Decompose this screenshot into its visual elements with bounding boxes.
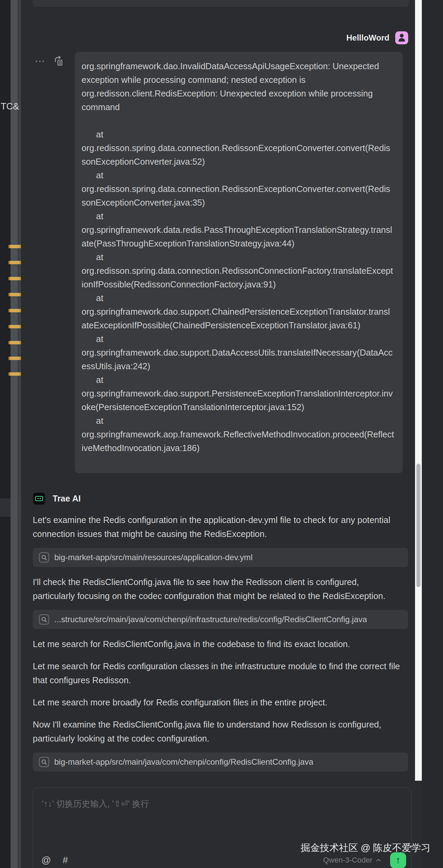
more-actions-icon[interactable]: ⋯ bbox=[35, 58, 45, 64]
message-actions: ⋯ bbox=[33, 52, 75, 66]
assistant-paragraph: Let me search for Redis configuration cl… bbox=[33, 659, 403, 687]
chat-panel: HellloWord ⋯ bbox=[22, 0, 415, 868]
assistant-paragraph: Now I'll examine the RedisClientConfig.j… bbox=[33, 718, 403, 746]
editor-overview-ruler[interactable] bbox=[11, 0, 21, 868]
hash-context-button[interactable]: # bbox=[62, 855, 68, 866]
trae-chat-screen: TC& HellloWord ⋯ bbox=[0, 0, 443, 868]
ruler-marker bbox=[9, 309, 21, 312]
clipped-editor-text: TC& bbox=[1, 101, 19, 112]
assistant-paragraph: I'll check the RedisClientConfig.java fi… bbox=[33, 575, 403, 603]
chevron-up-icon bbox=[376, 857, 381, 863]
scrollbar-track bbox=[415, 0, 422, 781]
search-file-icon bbox=[39, 757, 49, 767]
user-avatar[interactable] bbox=[395, 31, 408, 44]
chat-input[interactable] bbox=[33, 788, 411, 844]
file-path-label: big-market-app/src/main/java/com/chenpi/… bbox=[54, 757, 313, 767]
composer-box: @ # Qwen-3-Coder ↑ bbox=[33, 788, 412, 868]
ruler-marker bbox=[9, 357, 21, 360]
assistant-name-label: Trae AI bbox=[53, 494, 81, 504]
file-reference-chip[interactable]: ...structure/src/main/java/com/chenpi/in… bbox=[33, 610, 408, 629]
model-name-label: Qwen-3-Coder bbox=[323, 856, 372, 865]
stack-trace-text: org.springframework.dao.InvalidDataAcces… bbox=[82, 59, 395, 455]
ruler-marker bbox=[9, 325, 21, 328]
composer-section: @ # Qwen-3-Coder ↑ bbox=[22, 784, 415, 868]
insert-copy-icon[interactable] bbox=[54, 56, 63, 66]
assistant-paragraph: Let me search for RedisClientConfig.java… bbox=[33, 637, 403, 651]
send-button[interactable]: ↑ bbox=[390, 852, 406, 868]
file-reference-chip[interactable]: big-market-app/src/main/java/com/chenpi/… bbox=[33, 752, 408, 772]
search-file-icon bbox=[39, 552, 49, 563]
assistant-paragraph: Let's examine the Redis configuration in… bbox=[33, 513, 403, 541]
avatar-person-icon bbox=[400, 34, 404, 38]
assistant-header: Trae AI bbox=[33, 492, 408, 505]
trae-robot-face-icon bbox=[35, 496, 43, 501]
file-path-label: big-market-app/src/main/resources/applic… bbox=[54, 553, 253, 562]
ruler-marker bbox=[9, 277, 21, 280]
editor-gutter: TC& bbox=[0, 0, 22, 868]
mention-button[interactable]: @ bbox=[41, 855, 51, 866]
ruler-marker bbox=[9, 341, 21, 344]
file-path-label: ...structure/src/main/java/com/chenpi/in… bbox=[54, 615, 367, 624]
file-reference-chip[interactable]: big-market-app/src/main/resources/applic… bbox=[33, 548, 408, 567]
model-selector[interactable]: Qwen-3-Coder bbox=[323, 856, 381, 865]
right-margin bbox=[422, 0, 443, 868]
ruler-marker bbox=[9, 245, 21, 248]
assistant-paragraph: Let me search more broadly for Redis con… bbox=[33, 695, 403, 709]
user-message-header: HellloWord bbox=[33, 31, 408, 44]
avatar-person-icon-body bbox=[399, 38, 405, 42]
ruler-marker bbox=[9, 293, 21, 296]
search-file-icon bbox=[39, 614, 49, 625]
username-label: HellloWord bbox=[346, 33, 389, 43]
watermark-text: 掘金技术社区 @ 陈皮不爱学习 bbox=[301, 841, 430, 854]
stack-trace-block: org.springframework.dao.InvalidDataAcces… bbox=[75, 52, 403, 473]
user-message-row: ⋯ org.springframework.dao.InvalidDataAcc… bbox=[33, 52, 408, 473]
trae-ai-icon bbox=[33, 492, 45, 505]
send-arrow-icon: ↑ bbox=[396, 855, 401, 865]
scrollbar-thumb[interactable] bbox=[416, 464, 420, 587]
ruler-marker bbox=[9, 372, 21, 376]
ruler-marker bbox=[9, 261, 21, 264]
